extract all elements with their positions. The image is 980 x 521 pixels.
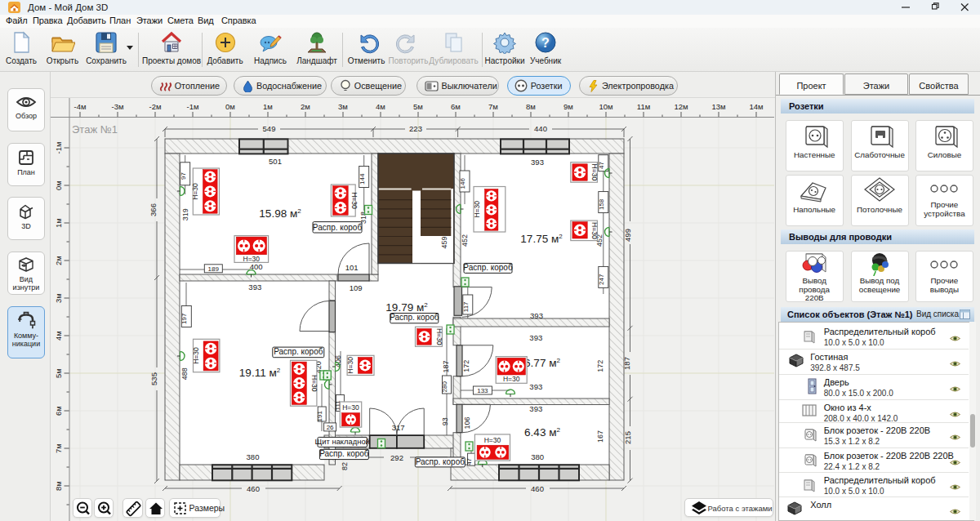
svg-text:247: 247 <box>598 274 605 285</box>
svg-text:H=30: H=30 <box>191 183 199 200</box>
svg-text:3м: 3м <box>338 102 348 111</box>
svg-text:317: 317 <box>392 423 405 432</box>
svg-text:7м: 7м <box>488 102 498 111</box>
svg-text:H=30: H=30 <box>346 357 354 374</box>
svg-text:-1м: -1м <box>54 142 63 154</box>
svg-text:82: 82 <box>341 462 349 470</box>
svg-text:7м: 7м <box>54 443 63 453</box>
svg-text:393: 393 <box>529 404 542 413</box>
svg-text:280: 280 <box>441 381 448 393</box>
svg-text:501: 501 <box>269 157 282 166</box>
svg-text:393: 393 <box>529 333 542 342</box>
svg-text:549: 549 <box>263 124 276 133</box>
svg-text:380: 380 <box>247 452 260 461</box>
svg-text:14м: 14м <box>749 102 763 111</box>
svg-text:393: 393 <box>531 158 544 167</box>
svg-text:8м: 8м <box>526 102 536 111</box>
svg-text:10м: 10м <box>599 102 612 111</box>
svg-text:452: 452 <box>461 234 469 247</box>
svg-text:6.43 м2: 6.43 м2 <box>524 426 560 439</box>
svg-text:Распр. короб: Распр. короб <box>274 347 323 356</box>
svg-text:6м: 6м <box>451 102 461 111</box>
svg-text:459: 459 <box>440 236 448 248</box>
svg-text:319: 319 <box>181 208 189 220</box>
svg-text:Распр. короб: Распр. короб <box>390 313 439 322</box>
svg-text:0м: 0м <box>225 102 235 111</box>
svg-text:H=30: H=30 <box>342 403 359 412</box>
svg-text:H=30: H=30 <box>590 164 599 181</box>
svg-text:499: 499 <box>623 229 632 242</box>
svg-text:19.11 м2: 19.11 м2 <box>239 367 281 379</box>
svg-text:93: 93 <box>441 417 449 425</box>
svg-text:366: 366 <box>149 203 158 216</box>
svg-text:12м: 12м <box>674 102 688 111</box>
svg-text:26: 26 <box>327 424 334 431</box>
svg-text:8м: 8м <box>54 481 63 491</box>
svg-text:4м: 4м <box>54 331 63 341</box>
svg-text:189: 189 <box>208 265 220 273</box>
svg-text:109: 109 <box>350 283 363 292</box>
svg-text:H=30: H=30 <box>503 375 520 383</box>
svg-text:144: 144 <box>359 173 366 185</box>
svg-text:106: 106 <box>463 416 471 429</box>
svg-text:-2м: -2м <box>149 102 162 111</box>
svg-text:47: 47 <box>466 457 473 465</box>
svg-text:167: 167 <box>596 430 604 443</box>
svg-text:1м: 1м <box>54 218 63 228</box>
svg-text:3м: 3м <box>54 293 63 303</box>
svg-text:223: 223 <box>409 124 422 133</box>
svg-text:172: 172 <box>463 360 471 372</box>
svg-text:393: 393 <box>529 382 542 391</box>
svg-text:97: 97 <box>180 172 187 180</box>
svg-text:Распр. короб: Распр. короб <box>463 263 513 272</box>
svg-text:17.75 м2: 17.75 м2 <box>520 233 563 245</box>
svg-text:101: 101 <box>345 263 359 272</box>
svg-text:460: 460 <box>247 484 260 493</box>
svg-text:460: 460 <box>531 484 544 493</box>
svg-text:Распр. короб: Распр. короб <box>319 449 369 458</box>
svg-text:2м: 2м <box>54 256 63 265</box>
svg-text:197: 197 <box>180 313 188 324</box>
svg-text:5м: 5м <box>54 368 63 378</box>
svg-text:172: 172 <box>596 360 604 372</box>
svg-text:H=30: H=30 <box>435 328 443 345</box>
svg-text:H=30: H=30 <box>473 201 481 218</box>
svg-text:535: 535 <box>149 372 158 385</box>
svg-text:4м: 4м <box>376 102 385 111</box>
svg-text:15.98 м2: 15.98 м2 <box>259 207 301 220</box>
svg-text:393: 393 <box>248 283 261 292</box>
svg-text:6м: 6м <box>54 406 63 416</box>
svg-text:Распр. короб: Распр. короб <box>313 223 363 232</box>
svg-text:H=30: H=30 <box>350 192 359 209</box>
svg-text:380: 380 <box>531 452 544 461</box>
svg-text:H=30: H=30 <box>484 436 501 444</box>
svg-text:133: 133 <box>477 387 488 394</box>
svg-text:11м: 11м <box>637 102 650 111</box>
svg-text:187: 187 <box>622 357 631 370</box>
svg-text:292: 292 <box>390 453 403 462</box>
svg-text:19.79 м2: 19.79 м2 <box>385 301 428 314</box>
svg-text:215: 215 <box>623 431 632 444</box>
svg-text:6.77 м2: 6.77 м2 <box>524 357 560 369</box>
svg-text:-3м: -3м <box>112 102 124 111</box>
svg-text:H=30: H=30 <box>590 222 599 239</box>
svg-text:158: 158 <box>598 198 605 210</box>
svg-text:13м: 13м <box>711 102 725 111</box>
svg-text:1м: 1м <box>263 102 273 111</box>
svg-text:488: 488 <box>180 367 189 380</box>
svg-text:?: ? <box>541 36 550 50</box>
svg-text:Распр. короб: Распр. короб <box>416 457 466 466</box>
svg-text:H=30: H=30 <box>243 255 261 263</box>
svg-text:187: 187 <box>442 360 450 372</box>
svg-text:9м: 9м <box>564 102 573 111</box>
svg-text:146: 146 <box>459 178 466 189</box>
svg-text:393: 393 <box>530 311 543 320</box>
svg-text:-4м: -4м <box>74 102 87 111</box>
svg-text:H=30: H=30 <box>310 375 318 392</box>
svg-text:5м: 5м <box>413 102 423 111</box>
svg-text:440: 440 <box>534 124 547 133</box>
svg-text:H=30: H=30 <box>192 347 200 364</box>
svg-text:117: 117 <box>462 301 470 312</box>
svg-text:-1м: -1м <box>187 102 199 111</box>
svg-text:Щит накладной: Щит накладной <box>315 437 370 446</box>
